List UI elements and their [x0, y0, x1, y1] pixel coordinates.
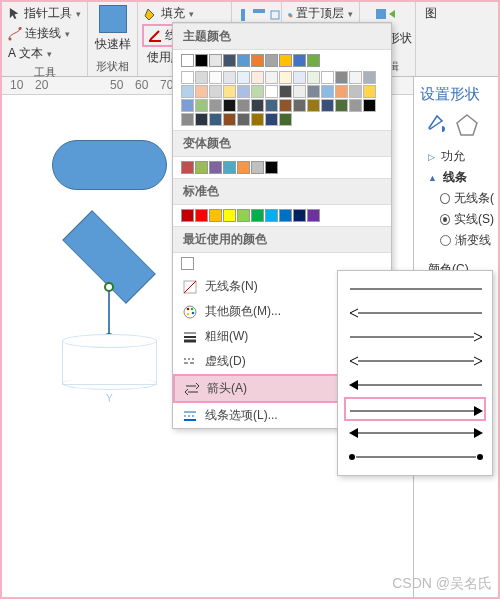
color-swatch[interactable]: [279, 209, 292, 222]
color-swatch[interactable]: [279, 85, 292, 98]
arrow-style-3[interactable]: [346, 325, 484, 349]
color-swatch[interactable]: [293, 209, 306, 222]
color-swatch[interactable]: [321, 85, 334, 98]
color-swatch[interactable]: [293, 71, 306, 84]
section-line[interactable]: ▲线条: [418, 167, 494, 188]
color-swatch[interactable]: [307, 85, 320, 98]
color-swatch[interactable]: [181, 85, 194, 98]
color-swatch[interactable]: [251, 99, 264, 112]
picture-button[interactable]: 图: [420, 4, 436, 23]
color-swatch[interactable]: [335, 99, 348, 112]
color-swatch[interactable]: [265, 99, 278, 112]
arrow-style-1[interactable]: [346, 277, 484, 301]
color-swatch[interactable]: [307, 71, 320, 84]
bring-front[interactable]: 置于顶层▾: [286, 4, 355, 23]
color-swatch[interactable]: [307, 99, 320, 112]
color-swatch[interactable]: [335, 71, 348, 84]
color-swatch[interactable]: [265, 209, 278, 222]
theme-color-row[interactable]: [173, 50, 391, 71]
color-swatch[interactable]: [279, 113, 292, 126]
arrow-style-6-selected[interactable]: [344, 397, 486, 421]
connector-tool[interactable]: 连接线▾: [6, 24, 83, 43]
color-swatch[interactable]: [223, 209, 236, 222]
arrow-style-4[interactable]: [346, 349, 484, 373]
color-swatch[interactable]: [251, 54, 264, 67]
color-swatch[interactable]: [195, 113, 208, 126]
color-swatch[interactable]: [237, 209, 250, 222]
arrow-style-2[interactable]: [346, 301, 484, 325]
color-swatch[interactable]: [195, 54, 208, 67]
color-swatch[interactable]: [279, 99, 292, 112]
color-swatch[interactable]: [349, 85, 362, 98]
color-swatch[interactable]: [293, 54, 306, 67]
theme-tints[interactable]: [173, 71, 391, 130]
color-swatch[interactable]: [195, 85, 208, 98]
shape-terminator[interactable]: [52, 140, 167, 190]
color-swatch[interactable]: [265, 85, 278, 98]
color-swatch[interactable]: [181, 99, 194, 112]
color-swatch[interactable]: [251, 71, 264, 84]
section-fill[interactable]: ▷功允: [418, 146, 494, 167]
effects-icon[interactable]: [454, 112, 480, 138]
color-swatch[interactable]: [293, 99, 306, 112]
pointer-tool[interactable]: 指针工具▾: [6, 4, 83, 23]
color-swatch[interactable]: [195, 209, 208, 222]
color-swatch[interactable]: [223, 85, 236, 98]
color-swatch[interactable]: [237, 161, 250, 174]
color-swatch[interactable]: [335, 85, 348, 98]
color-swatch[interactable]: [209, 85, 222, 98]
color-swatch[interactable]: [223, 113, 236, 126]
color-swatch[interactable]: [209, 161, 222, 174]
color-swatch[interactable]: [209, 99, 222, 112]
color-swatch[interactable]: [251, 113, 264, 126]
radio-solid-line[interactable]: 实线(S): [418, 209, 494, 230]
arrow-style-5[interactable]: [346, 373, 484, 397]
color-swatch[interactable]: [237, 85, 250, 98]
color-swatch[interactable]: [321, 99, 334, 112]
color-swatch[interactable]: [279, 54, 292, 67]
arrow-style-7[interactable]: [346, 421, 484, 445]
color-swatch[interactable]: [223, 161, 236, 174]
color-swatch[interactable]: [195, 99, 208, 112]
color-swatch[interactable]: [195, 71, 208, 84]
text-tool[interactable]: A 文本▾: [6, 44, 83, 63]
color-swatch[interactable]: [321, 71, 334, 84]
color-swatch[interactable]: [195, 161, 208, 174]
shape-decision[interactable]: [64, 227, 154, 287]
pane-category-icons[interactable]: [424, 112, 494, 138]
color-swatch[interactable]: [181, 257, 194, 270]
variant-colors[interactable]: [173, 157, 391, 178]
color-swatch[interactable]: [181, 113, 194, 126]
color-swatch[interactable]: [209, 71, 222, 84]
color-swatch[interactable]: [181, 161, 194, 174]
color-swatch[interactable]: [363, 85, 376, 98]
color-swatch[interactable]: [307, 54, 320, 67]
color-swatch[interactable]: [223, 54, 236, 67]
color-swatch[interactable]: [237, 113, 250, 126]
color-swatch[interactable]: [265, 113, 278, 126]
color-swatch[interactable]: [349, 99, 362, 112]
color-swatch[interactable]: [223, 71, 236, 84]
color-swatch[interactable]: [307, 209, 320, 222]
color-swatch[interactable]: [223, 99, 236, 112]
color-swatch[interactable]: [265, 71, 278, 84]
color-swatch[interactable]: [293, 85, 306, 98]
color-swatch[interactable]: [349, 71, 362, 84]
color-swatch[interactable]: [237, 99, 250, 112]
color-swatch[interactable]: [265, 161, 278, 174]
color-swatch[interactable]: [181, 209, 194, 222]
color-swatch[interactable]: [209, 54, 222, 67]
color-swatch[interactable]: [181, 71, 194, 84]
color-swatch[interactable]: [363, 99, 376, 112]
color-swatch[interactable]: [251, 209, 264, 222]
color-swatch[interactable]: [279, 71, 292, 84]
color-swatch[interactable]: [237, 54, 250, 67]
color-swatch[interactable]: [251, 161, 264, 174]
radio-no-line[interactable]: 无线条(: [418, 188, 494, 209]
color-swatch[interactable]: [237, 71, 250, 84]
radio-gradient-line[interactable]: 渐变线: [418, 230, 494, 251]
color-swatch[interactable]: [265, 54, 278, 67]
color-swatch[interactable]: [251, 85, 264, 98]
fill-button[interactable]: 填充▾: [142, 4, 227, 23]
shape-database[interactable]: [62, 340, 157, 385]
